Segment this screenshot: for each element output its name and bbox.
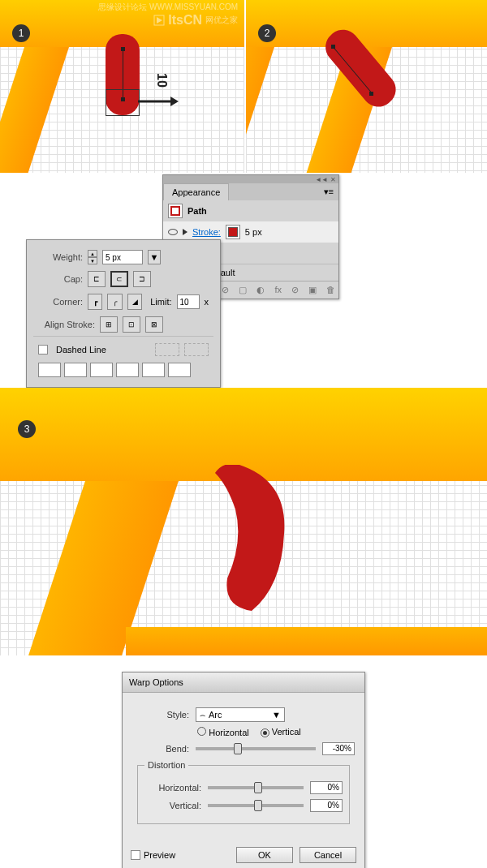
direction-row: Horizontal Vertical	[132, 727, 355, 737]
style-row: Style: ⌢ Arc ▼	[132, 707, 355, 722]
corner-round-icon[interactable]: ╭	[107, 294, 122, 310]
bend-row: Bend: -30%	[132, 742, 355, 755]
dash-input-2[interactable]	[90, 363, 113, 377]
cap-label: Cap:	[38, 274, 83, 284]
preview-checkbox[interactable]	[131, 850, 140, 860]
bend-value[interactable]: -30%	[322, 742, 355, 755]
preview-label: Preview	[144, 850, 175, 860]
distortion-group: Distortion Horizontal: 0% Vertical: 0%	[137, 760, 350, 824]
dashed-checkbox[interactable]	[38, 345, 48, 355]
align-center-icon[interactable]: ⊞	[100, 316, 118, 333]
dashed-label: Dashed Line	[56, 345, 106, 355]
new-stroke-icon[interactable]: ◐	[256, 285, 265, 295]
dash-align-1-icon[interactable]	[155, 343, 179, 356]
anchor-top[interactable]	[331, 45, 335, 49]
cancel-button[interactable]: Cancel	[300, 847, 356, 863]
anchor-bottom[interactable]	[369, 92, 373, 96]
dash-input-3[interactable]	[142, 363, 165, 377]
watermark: 思缘设计论坛 WWW.MISSYUAN.COM ItsCN 网优之家	[98, 2, 238, 28]
weight-input[interactable]	[102, 250, 143, 264]
panel-head: ◄◄✕	[163, 175, 338, 183]
corner-miter-icon[interactable]: ┏	[88, 294, 102, 310]
watermark-brand: ItsCN	[168, 13, 202, 28]
style-dropdown[interactable]: ⌢ Arc ▼	[196, 707, 285, 722]
limit-input[interactable]	[177, 294, 200, 309]
expand-triangle-icon[interactable]	[183, 229, 187, 235]
weight-row: Weight: ▲▼ ▼	[33, 247, 213, 268]
panel-menu-icon[interactable]: ▾≡	[319, 183, 338, 200]
dist-h-slider[interactable]	[208, 786, 304, 789]
watermark-text: 思缘设计论坛 WWW.MISSYUAN.COM	[98, 2, 238, 13]
gap-input-2[interactable]	[116, 363, 139, 377]
watermark-tag: 网优之家	[205, 15, 238, 26]
step-badge-3: 3	[18, 420, 36, 438]
align-inside-icon[interactable]: ⊡	[123, 316, 140, 333]
corner-bevel-icon[interactable]: ◢	[127, 294, 142, 310]
align-label: Align Stroke:	[38, 320, 95, 329]
trash-icon[interactable]: 🗑	[326, 285, 335, 295]
warp-dialog: Warp Options Style: ⌢ Arc ▼ Horizontal V…	[122, 672, 365, 868]
fx-icon[interactable]: fx	[274, 285, 282, 295]
style-value: Arc	[209, 710, 272, 720]
yellow-horizontal-bottom	[126, 627, 487, 655]
bend-slider[interactable]	[196, 747, 316, 750]
dash-align-2-icon[interactable]	[184, 343, 209, 356]
dist-h-label: Horizontal:	[144, 783, 201, 793]
dist-v-slider[interactable]	[208, 804, 304, 807]
collapse-icon[interactable]: ◄◄	[315, 176, 328, 183]
dashed-row: Dashed Line	[33, 336, 213, 359]
visibility-eye-icon[interactable]	[168, 229, 178, 235]
dist-v-value[interactable]: 0%	[310, 799, 343, 812]
cap-projecting-icon[interactable]: ⊐	[133, 271, 151, 287]
cap-row: Cap: ⊏ ⊂ ⊐	[33, 268, 213, 290]
weight-stepper[interactable]: ▲▼	[88, 250, 97, 264]
dist-v-label: Vertical:	[144, 801, 201, 810]
no-icon[interactable]: ⊘	[222, 285, 229, 295]
corner-row: Corner: ┏ ╭ ◢ Limit: x	[33, 290, 213, 313]
selection-box[interactable]	[106, 89, 140, 116]
limit-suffix: x	[205, 297, 209, 307]
cap-butt-icon[interactable]: ⊏	[88, 271, 106, 287]
corner-label: Corner:	[38, 297, 83, 307]
svg-marker-1	[170, 97, 179, 106]
style-label: Style:	[132, 710, 189, 720]
play-icon	[153, 15, 165, 26]
cap-round-icon[interactable]: ⊂	[110, 271, 128, 287]
ok-button[interactable]: OK	[236, 847, 293, 863]
stroke-swatch[interactable]	[226, 225, 240, 239]
weight-dropdown[interactable]: ▼	[148, 250, 161, 264]
dist-h-value[interactable]: 0%	[310, 781, 343, 794]
path-swatch[interactable]	[168, 204, 183, 218]
chevron-down-icon: ▼	[272, 710, 281, 720]
align-stroke-row: Align Stroke: ⊞ ⊡ ⊠	[33, 313, 213, 336]
duplicate-icon[interactable]: ▣	[308, 285, 317, 295]
gap-input-3[interactable]	[168, 363, 191, 377]
close-icon[interactable]: ✕	[330, 176, 336, 183]
dist-h-row: Horizontal: 0%	[144, 781, 343, 794]
limit-label: Limit:	[150, 297, 171, 307]
step-badge-2: 2	[258, 24, 276, 42]
svg-marker-3	[157, 17, 162, 24]
horizontal-radio[interactable]: Horizontal	[197, 727, 249, 737]
clear-icon[interactable]: ⊘	[291, 285, 299, 295]
step-badge-1: 1	[12, 24, 30, 42]
dist-v-row: Vertical: 0%	[144, 799, 343, 812]
appearance-tab[interactable]: Appearance	[163, 183, 229, 200]
stroke-value[interactable]: 5 px	[245, 227, 262, 237]
bend-label: Bend:	[132, 744, 189, 754]
gap-input[interactable]	[64, 363, 87, 377]
weight-label: Weight:	[38, 252, 83, 262]
path-row: Path	[163, 200, 338, 221]
arc-icon: ⌢	[200, 710, 205, 720]
new-fill-icon[interactable]: ▢	[239, 285, 247, 295]
artboard-step-1: 10 1 思缘设计论坛 WWW.MISSYUAN.COM ItsCN 网优之家	[0, 0, 244, 173]
red-curved-shape[interactable]	[207, 465, 312, 619]
stroke-link[interactable]: Stroke:	[192, 227, 221, 237]
dialog-footer: Preview OK Cancel	[123, 839, 364, 868]
dash-gap-row	[33, 359, 213, 380]
warp-title: Warp Options	[123, 672, 364, 693]
dash-input[interactable]	[38, 363, 61, 377]
vertical-radio[interactable]: Vertical	[261, 727, 301, 737]
align-outside-icon[interactable]: ⊠	[145, 316, 163, 333]
arrow-right-icon	[138, 93, 179, 110]
